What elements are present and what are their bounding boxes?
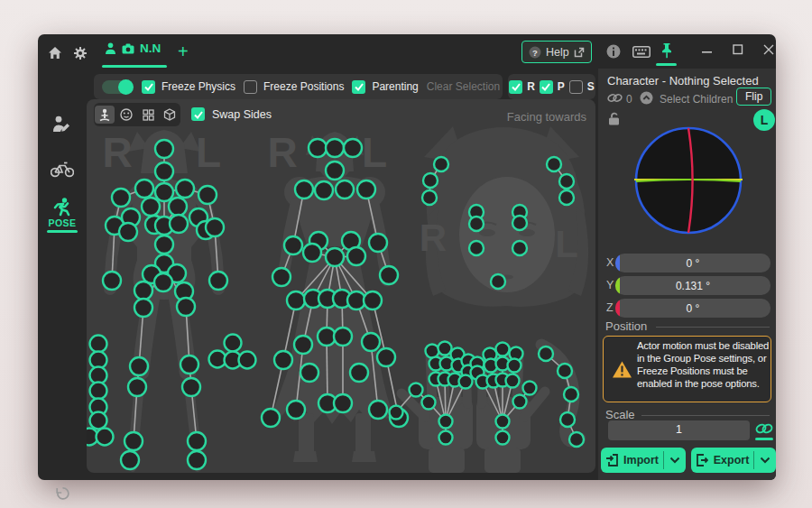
scale-checkbox[interactable] bbox=[569, 80, 583, 94]
pose-node[interactable] bbox=[134, 282, 152, 300]
pose-node[interactable] bbox=[364, 291, 382, 309]
rotation-checkbox[interactable] bbox=[509, 80, 522, 94]
pose-node[interactable] bbox=[155, 162, 173, 180]
pose-node[interactable] bbox=[326, 162, 344, 180]
pose-node[interactable] bbox=[344, 139, 362, 157]
pose-node[interactable] bbox=[523, 382, 537, 395]
pose-node[interactable] bbox=[180, 356, 198, 374]
overlay-toggle[interactable] bbox=[102, 80, 134, 94]
flip-button[interactable]: Flip bbox=[736, 88, 771, 106]
pose-node[interactable] bbox=[130, 357, 148, 375]
bike-icon[interactable] bbox=[51, 161, 74, 178]
pose-node[interactable] bbox=[294, 336, 312, 354]
pose-node[interactable] bbox=[438, 342, 452, 356]
pin-icon[interactable] bbox=[659, 42, 675, 60]
pose-node[interactable] bbox=[423, 173, 438, 188]
pose-node[interactable] bbox=[334, 328, 352, 346]
pose-node[interactable] bbox=[188, 451, 206, 469]
scale-input[interactable]: 1 bbox=[608, 420, 750, 440]
y-axis-input[interactable]: 0.131 ° bbox=[615, 276, 770, 295]
pose-node[interactable] bbox=[422, 190, 437, 205]
select-children-button[interactable]: Select Children bbox=[660, 93, 733, 106]
pose-node[interactable] bbox=[309, 139, 327, 157]
pose-node[interactable] bbox=[347, 247, 365, 265]
pose-node[interactable] bbox=[155, 183, 173, 201]
pose-node[interactable] bbox=[539, 346, 553, 361]
pose-node[interactable] bbox=[564, 387, 578, 402]
pose-node[interactable] bbox=[239, 352, 256, 369]
pose-node[interactable] bbox=[326, 248, 344, 266]
freeze-physics-checkbox[interactable] bbox=[142, 80, 155, 94]
pose-node[interactable] bbox=[90, 336, 107, 353]
settings-gear-icon[interactable] bbox=[73, 46, 88, 60]
pose-node[interactable] bbox=[422, 396, 436, 410]
actor-edit-icon[interactable] bbox=[52, 115, 72, 133]
pose-node[interactable] bbox=[155, 140, 173, 158]
pose-node[interactable] bbox=[390, 406, 403, 420]
import-button[interactable]: Import bbox=[601, 448, 686, 473]
lock-open-icon[interactable] bbox=[607, 112, 622, 125]
pose-node[interactable] bbox=[434, 157, 448, 171]
pose-node[interactable] bbox=[506, 374, 520, 388]
pose-node[interactable] bbox=[142, 198, 160, 216]
rotation-gizmo[interactable] bbox=[630, 122, 747, 239]
pose-node[interactable] bbox=[182, 378, 200, 396]
home-icon[interactable] bbox=[48, 46, 62, 60]
add-tab-button[interactable]: + bbox=[178, 42, 189, 62]
select-parent-icon[interactable] bbox=[640, 91, 653, 105]
export-button[interactable]: Export bbox=[691, 448, 776, 473]
pose-node[interactable] bbox=[155, 236, 173, 254]
parenting-option[interactable]: Parenting bbox=[352, 80, 418, 94]
x-axis-input[interactable]: 0 ° bbox=[615, 254, 770, 272]
pose-node[interactable] bbox=[560, 412, 575, 427]
pose-node[interactable] bbox=[439, 431, 453, 445]
pose-node[interactable] bbox=[128, 378, 146, 396]
clear-selection-button[interactable]: Clear Selection bbox=[427, 80, 500, 93]
pose-node[interactable] bbox=[188, 432, 206, 450]
pose-node[interactable] bbox=[508, 359, 521, 373]
pose-node[interactable] bbox=[154, 273, 172, 291]
pose-node[interactable] bbox=[496, 431, 510, 445]
pose-node[interactable] bbox=[547, 157, 561, 171]
pose-node[interactable] bbox=[362, 333, 380, 351]
pose-node[interactable] bbox=[97, 429, 114, 446]
pose-node[interactable] bbox=[198, 186, 217, 204]
pose-node[interactable] bbox=[513, 395, 527, 409]
pose-node[interactable] bbox=[300, 364, 318, 382]
swap-sides-row[interactable]: Swap Sides bbox=[191, 107, 272, 121]
pose-node[interactable] bbox=[121, 451, 139, 469]
pose-node[interactable] bbox=[558, 364, 572, 378]
maximize-button[interactable] bbox=[733, 44, 743, 55]
pose-node[interactable] bbox=[357, 180, 375, 199]
l-badge[interactable]: L bbox=[753, 109, 775, 131]
pose-node[interactable] bbox=[134, 299, 152, 317]
pose-node[interactable] bbox=[177, 298, 195, 316]
pose-tab-label[interactable]: POSE bbox=[38, 217, 87, 228]
pose-node[interactable] bbox=[496, 415, 510, 429]
pose-node[interactable] bbox=[336, 180, 354, 199]
pose-node[interactable] bbox=[284, 236, 302, 254]
view-cube-button[interactable] bbox=[160, 106, 180, 124]
pose-node[interactable] bbox=[274, 351, 292, 369]
swap-sides-checkbox[interactable] bbox=[191, 107, 205, 121]
pose-node[interactable] bbox=[315, 181, 333, 199]
pose-node[interactable] bbox=[90, 383, 107, 400]
pose-node[interactable] bbox=[559, 190, 574, 205]
minimize-button[interactable] bbox=[702, 47, 713, 56]
view-face-button[interactable] bbox=[116, 106, 136, 124]
pose-node[interactable] bbox=[369, 234, 387, 252]
pose-node[interactable] bbox=[287, 401, 305, 419]
pose-node[interactable] bbox=[125, 432, 143, 450]
pose-node[interactable] bbox=[559, 174, 574, 189]
undo-icon[interactable] bbox=[55, 486, 70, 501]
tab-actor[interactable]: N.N bbox=[105, 42, 161, 55]
pose-node[interactable] bbox=[512, 216, 527, 230]
pose-node[interactable] bbox=[170, 215, 188, 233]
help-button[interactable]: ? Help bbox=[521, 41, 592, 63]
pose-node[interactable] bbox=[295, 180, 313, 199]
parenting-checkbox[interactable] bbox=[352, 80, 365, 94]
pose-run-icon[interactable] bbox=[53, 198, 71, 217]
pose-node[interactable] bbox=[326, 139, 344, 157]
pose-node[interactable] bbox=[469, 241, 484, 255]
pose-node[interactable] bbox=[119, 223, 137, 241]
